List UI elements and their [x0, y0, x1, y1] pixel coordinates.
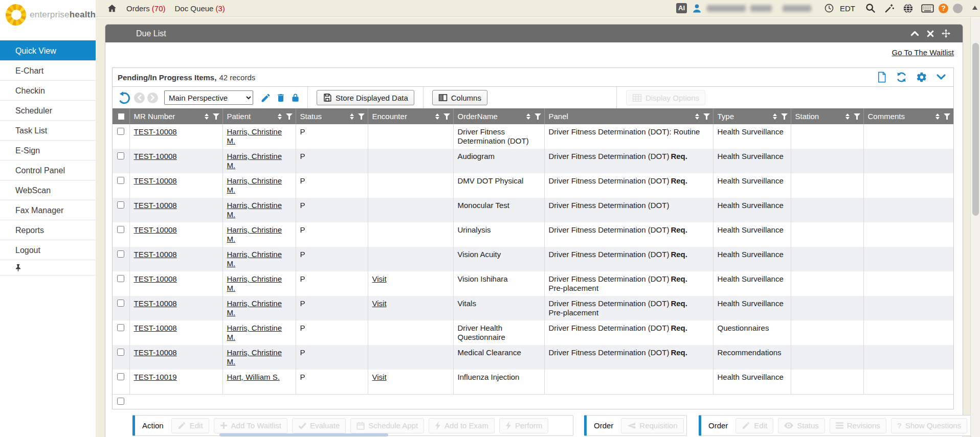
status-button[interactable]: Status — [778, 418, 825, 433]
row-checkbox[interactable] — [117, 152, 124, 159]
column-header-status[interactable]: Status — [296, 108, 368, 124]
column-header-panel[interactable]: Panel — [544, 108, 713, 124]
column-header-patient[interactable]: Patient — [222, 108, 296, 124]
show-questions-button[interactable]: ?Show Questions — [891, 418, 967, 433]
wand-icon[interactable] — [884, 3, 895, 14]
globe-icon[interactable] — [903, 3, 914, 14]
patient-link[interactable]: Harris, Christine M. — [227, 324, 282, 341]
row-checkbox[interactable] — [117, 177, 124, 184]
sidebar-item-logout[interactable]: Logout — [0, 240, 96, 260]
forward-icon[interactable] — [147, 93, 158, 103]
filter-icon[interactable] — [213, 113, 219, 120]
requisition-button[interactable]: Requisition — [621, 418, 683, 433]
revisions-button[interactable]: Revisions — [830, 418, 886, 433]
mr-number-link[interactable]: TEST-10008 — [134, 152, 177, 160]
mr-number-link[interactable]: TEST-10008 — [134, 274, 177, 283]
sort-icon[interactable] — [278, 113, 282, 120]
add-to-waitlist-button[interactable]: Add To Waitlist — [214, 418, 287, 433]
encounter-link[interactable]: Visit — [372, 373, 387, 381]
sort-icon[interactable] — [350, 113, 354, 120]
column-header-station[interactable]: Station — [791, 108, 863, 124]
row-checkbox[interactable] — [117, 226, 124, 233]
filter-icon[interactable] — [781, 113, 788, 120]
sort-icon[interactable] — [526, 113, 530, 120]
patient-link[interactable]: Harris, Christine M. — [227, 348, 282, 366]
patient-link[interactable]: Harris, Christine M. — [227, 127, 282, 145]
mr-number-link[interactable]: TEST-10008 — [134, 127, 177, 136]
vertical-scrollbar-thumb[interactable] — [972, 43, 979, 216]
mr-number-link[interactable]: TEST-10019 — [134, 373, 177, 381]
sort-icon[interactable] — [435, 113, 439, 120]
sort-icon[interactable] — [695, 113, 699, 120]
sidebar-item-task-list[interactable]: Task List — [0, 120, 96, 140]
go-to-waitlist-link[interactable]: Go To The Waitlist — [105, 42, 963, 57]
store-displayed-data-button[interactable]: Store Displayed Data — [317, 90, 414, 105]
mr-number-link[interactable]: TEST-10008 — [134, 299, 177, 308]
sort-icon[interactable] — [205, 113, 209, 120]
mr-number-link[interactable]: TEST-10008 — [134, 176, 177, 185]
sidebar-item-webscan[interactable]: WebScan — [0, 180, 96, 200]
row-checkbox[interactable] — [117, 324, 124, 331]
filter-icon[interactable] — [443, 113, 450, 120]
edit-perspective-icon[interactable] — [260, 93, 271, 103]
row-checkbox[interactable] — [117, 128, 124, 135]
edit-button[interactable]: Edit — [171, 418, 209, 433]
keyboard-icon[interactable] — [921, 4, 934, 13]
column-header-type[interactable]: Type — [713, 108, 791, 124]
mr-number-link[interactable]: TEST-10008 — [134, 324, 177, 332]
nav-orders[interactable]: Orders (70) — [126, 4, 166, 13]
undo-icon[interactable] — [118, 91, 131, 105]
perform-button[interactable]: Perform — [499, 418, 548, 433]
evaluate-button[interactable]: Evaluate — [292, 418, 346, 433]
row-checkbox[interactable] — [117, 250, 124, 258]
column-header-encounter[interactable]: Encounter — [368, 108, 453, 124]
lock-icon[interactable] — [291, 93, 300, 103]
search-icon[interactable] — [865, 3, 876, 14]
close-icon[interactable] — [927, 30, 934, 37]
row-checkbox[interactable] — [117, 349, 124, 356]
display-options-button[interactable]: Display Options — [626, 90, 705, 105]
vertical-scrollbar[interactable] — [970, 17, 980, 437]
sidebar-item-e-chart[interactable]: E-Chart — [0, 60, 96, 80]
add-to-exam-button[interactable]: Add to Exam — [429, 418, 495, 433]
patient-link[interactable]: Harris, Christine M. — [227, 299, 282, 317]
mr-number-link[interactable]: TEST-10008 — [134, 225, 177, 234]
select-all-checkbox[interactable] — [118, 113, 125, 120]
sidebar-item-checkin[interactable]: Checkin — [0, 80, 96, 100]
help-icon[interactable]: ? — [939, 4, 948, 13]
row-checkbox[interactable] — [117, 201, 124, 209]
delete-perspective-icon[interactable] — [276, 93, 286, 103]
row-checkbox[interactable] — [117, 275, 124, 282]
patient-link[interactable]: Harris, Christine M. — [227, 201, 282, 219]
sort-icon[interactable] — [936, 113, 940, 120]
gear-icon[interactable] — [916, 72, 927, 83]
encounter-link[interactable]: Visit — [372, 274, 387, 283]
patient-link[interactable]: Harris, Christine M. — [227, 176, 282, 194]
filter-icon[interactable] — [358, 113, 365, 120]
sort-icon[interactable] — [773, 113, 777, 120]
scroll-up-arrow[interactable] — [972, 6, 977, 10]
column-header-mr-number[interactable]: MR Number — [129, 108, 222, 124]
row-checkbox[interactable] — [117, 398, 124, 405]
filter-icon[interactable] — [944, 113, 950, 120]
column-header-ordername[interactable]: OrderName — [453, 108, 544, 124]
mr-number-link[interactable]: TEST-10008 — [134, 250, 177, 259]
new-document-icon[interactable] — [877, 72, 887, 83]
row-checkbox[interactable] — [117, 373, 124, 380]
patient-link[interactable]: Harris, Christine M. — [227, 152, 282, 170]
mr-number-link[interactable]: TEST-10008 — [134, 201, 177, 210]
mr-number-link[interactable]: TEST-10008 — [134, 348, 177, 357]
column-header-comments[interactable]: Comments — [863, 108, 953, 124]
sidebar-item-quick-view[interactable]: Quick View — [0, 40, 96, 60]
move-icon[interactable] — [942, 29, 950, 38]
sort-icon[interactable] — [845, 113, 850, 120]
schedule-appt-button[interactable]: Schedule Appt — [350, 418, 424, 433]
user-icon[interactable] — [692, 3, 702, 14]
back-icon[interactable] — [134, 93, 145, 103]
filter-icon[interactable] — [854, 113, 860, 120]
chevron-down-icon[interactable] — [936, 73, 946, 81]
encounter-link[interactable]: Visit — [372, 299, 387, 308]
ai-badge[interactable]: AI — [676, 3, 687, 13]
filter-icon[interactable] — [534, 113, 541, 120]
home-icon[interactable] — [107, 4, 117, 13]
